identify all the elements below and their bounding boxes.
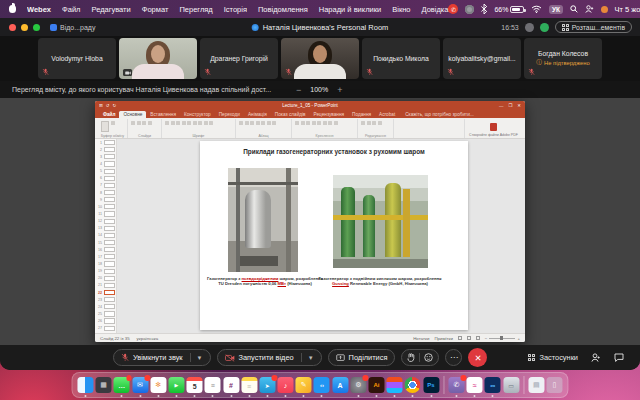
- dock-finder-icon[interactable]: [77, 377, 93, 393]
- menu-item-файл[interactable]: Файл: [62, 5, 80, 14]
- slide-thumbnail-6[interactable]: 6: [95, 175, 116, 182]
- participant-tile-драганер-григорій[interactable]: Драганер Григорій: [200, 38, 278, 79]
- ppt-tab-показ-слайдів[interactable]: Показ слайдів: [271, 111, 310, 119]
- dock-music-icon[interactable]: ♪: [278, 377, 294, 393]
- ribbon-button[interactable]: [361, 121, 365, 125]
- ribbon-button[interactable]: [131, 121, 135, 125]
- dock-launchpad-icon[interactable]: ▦: [96, 377, 112, 393]
- dock-facetime-icon[interactable]: ▶: [168, 377, 184, 393]
- video-options-chevron-icon[interactable]: ▼: [308, 355, 314, 361]
- dock-photoshop-icon[interactable]: Ps: [423, 377, 439, 393]
- view-sorter-icon[interactable]: [467, 336, 471, 340]
- caption-link[interactable]: МВт: [278, 281, 287, 286]
- ribbon-button[interactable]: [239, 121, 243, 125]
- ppt-tab-acrobat[interactable]: Acrobat: [375, 111, 399, 119]
- zoom-in-button[interactable]: +: [337, 85, 342, 95]
- ppt-tellme-search[interactable]: Скажіть, що потрібно зробити...: [405, 112, 474, 119]
- ribbon-button[interactable]: [142, 121, 146, 125]
- slide-thumbnail-15[interactable]: 15: [95, 239, 116, 246]
- ribbon-button[interactable]: [187, 121, 191, 125]
- apple-menu-icon[interactable]: [9, 5, 16, 13]
- input-language-switcher[interactable]: УК: [549, 5, 562, 14]
- slide-thumbnail-4[interactable]: 4: [95, 160, 116, 167]
- zoom-out-button[interactable]: −: [296, 85, 301, 95]
- ribbon-button[interactable]: [267, 121, 271, 125]
- menu-item-редагувати[interactable]: Редагувати: [92, 5, 131, 14]
- dock-viber-icon[interactable]: ✆: [448, 377, 464, 393]
- ribbon-button[interactable]: [111, 121, 115, 125]
- record-indicator-icon[interactable]: [525, 23, 534, 32]
- dock-mail-icon[interactable]: ✉: [132, 377, 148, 393]
- caption-link[interactable]: псевдозрідженим: [242, 276, 279, 281]
- ribbon-button[interactable]: [137, 121, 141, 125]
- slide-thumbnail-1[interactable]: 1: [95, 139, 116, 146]
- ribbon-button[interactable]: [306, 121, 310, 125]
- ribbon-button[interactable]: [193, 121, 197, 125]
- participant-tile[interactable]: [281, 38, 359, 79]
- dock-telegram-icon[interactable]: ➤: [259, 377, 275, 393]
- slide-thumbnail-9[interactable]: 9: [95, 196, 116, 203]
- wifi-icon[interactable]: [531, 5, 542, 13]
- reactions-smiley-icon[interactable]: [424, 353, 433, 362]
- participants-panel-icon[interactable]: [591, 353, 601, 362]
- ppt-tab-конструктор[interactable]: Конструктор: [180, 111, 215, 119]
- dock-vscode-icon[interactable]: ‹›: [314, 377, 330, 393]
- menu-item-повідомлення[interactable]: Повідомлення: [258, 5, 308, 14]
- ppt-tab-file[interactable]: Файл: [99, 111, 119, 119]
- share-button[interactable]: Поділитися: [328, 349, 396, 366]
- slide-thumbnail-27[interactable]: 27: [95, 325, 116, 332]
- slide-thumbnail-18[interactable]: 18: [95, 260, 116, 267]
- screen-mirroring-icon[interactable]: [465, 5, 474, 14]
- dock-chrome-icon[interactable]: [405, 377, 421, 393]
- comments-button[interactable]: Примітки: [434, 336, 452, 341]
- ribbon-button[interactable]: [171, 121, 175, 125]
- dock-calendar-icon[interactable]: 5: [187, 377, 203, 393]
- dock-reminders-icon[interactable]: ≡: [205, 377, 221, 393]
- unmute-options-chevron-icon[interactable]: ▼: [197, 355, 203, 361]
- ppt-window-controls[interactable]: —❐✕: [499, 103, 521, 108]
- slide-thumbnail-3[interactable]: 3: [95, 153, 116, 160]
- close-window-button[interactable]: [9, 24, 16, 31]
- ribbon-button[interactable]: [245, 121, 249, 125]
- paste-button[interactable]: [101, 121, 109, 132]
- dock-slack-icon[interactable]: #: [223, 377, 239, 393]
- window-tab[interactable]: Відо...раду: [50, 24, 95, 31]
- ribbon-button[interactable]: [328, 121, 332, 125]
- ribbon-button[interactable]: [372, 121, 376, 125]
- menu-item-перегляд[interactable]: Перегляд: [179, 5, 212, 14]
- ppt-tab-анімація[interactable]: Анімація: [244, 111, 271, 119]
- chat-panel-icon[interactable]: [614, 353, 624, 362]
- ribbon-button[interactable]: [295, 121, 299, 125]
- apps-button[interactable]: Застосунки: [528, 353, 578, 362]
- ppt-zoom-slider[interactable]: −+: [485, 336, 520, 341]
- slide-thumbnail-5[interactable]: 5: [95, 168, 116, 175]
- dock-illustrator-icon[interactable]: Ai: [368, 377, 384, 393]
- slide-thumbnail-12[interactable]: 12: [95, 218, 116, 225]
- ribbon-button[interactable]: [272, 121, 276, 125]
- ribbon-button[interactable]: [182, 121, 186, 125]
- menu-item-історія[interactable]: Історія: [224, 5, 247, 14]
- slide-thumbnail-10[interactable]: 10: [95, 203, 116, 210]
- battery-indicator[interactable]: 66%: [494, 6, 524, 13]
- slide-thumbnail-23[interactable]: 23: [95, 296, 116, 303]
- ribbon-button[interactable]: [165, 121, 169, 125]
- ribbon-button[interactable]: [198, 121, 202, 125]
- more-options-button[interactable]: ⋯: [445, 349, 462, 366]
- ribbon-button[interactable]: [301, 121, 305, 125]
- ppt-quick-access-toolbar[interactable]: ⊞↺↻: [99, 103, 116, 108]
- ribbon-button[interactable]: [334, 121, 338, 125]
- dock-messages-icon[interactable]: …: [114, 377, 130, 393]
- participant-tile-kolyabalitsky@gmail[interactable]: kolyabalitsky@gmail...: [443, 38, 521, 79]
- start-video-button[interactable]: Запустити відео ▼: [217, 349, 322, 366]
- slide-thumbnail-22[interactable]: 22: [95, 289, 116, 296]
- participant-tile-богдан-колесов[interactable]: Богдан КолесовⓘНе підтверджено: [524, 38, 602, 79]
- slide-thumbnail-2[interactable]: 2: [95, 146, 116, 153]
- bluetooth-icon[interactable]: [481, 4, 487, 14]
- ribbon-button[interactable]: [312, 121, 316, 125]
- slide-thumbnail-7[interactable]: 7: [95, 182, 116, 189]
- ribbon-button[interactable]: [209, 121, 213, 125]
- ribbon-button[interactable]: [176, 121, 180, 125]
- ribbon-button[interactable]: [204, 121, 208, 125]
- ribbon-button[interactable]: [323, 121, 327, 125]
- slide-thumbnail-11[interactable]: 11: [95, 210, 116, 217]
